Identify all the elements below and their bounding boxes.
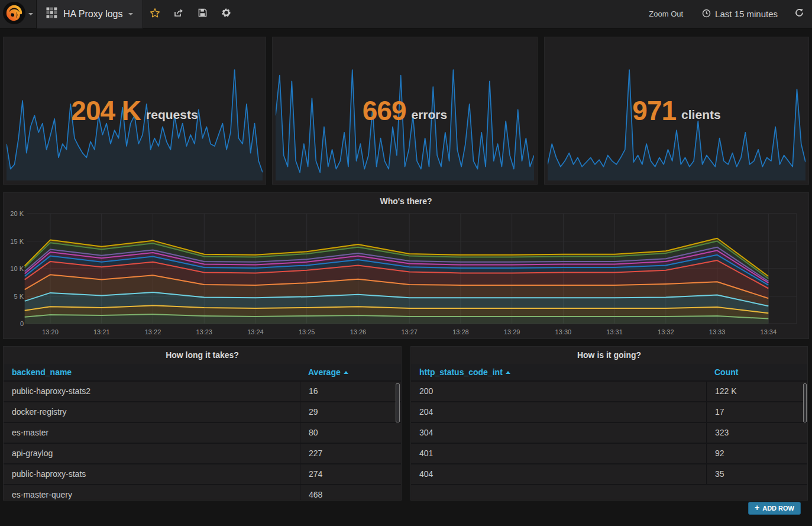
navbar-right: Zoom Out Last 15 minutes: [638, 0, 812, 28]
table-cell: 401: [411, 444, 706, 463]
stat-label: errors: [412, 108, 448, 122]
table-cell: 200: [411, 382, 706, 401]
table-cell: 17: [706, 402, 807, 422]
table-cell: 204: [411, 402, 706, 422]
table-panel-title[interactable]: How long it takes?: [4, 347, 401, 364]
settings-button[interactable]: [214, 0, 238, 28]
column-header-backend-name[interactable]: backend_name: [4, 367, 300, 377]
table-panel-how-is-it-going: How is it going? http_status_code_int Co…: [410, 346, 808, 501]
stat-panel-clients[interactable]: 971 clients: [544, 37, 809, 185]
svg-text:5 K: 5 K: [14, 293, 24, 300]
table-panel-how-long: How long it takes? backend_name Average …: [3, 346, 402, 501]
stat-value: 971: [632, 95, 676, 127]
stat-value: 204 K: [71, 95, 141, 127]
star-button[interactable]: [143, 0, 167, 28]
svg-text:13:27: 13:27: [401, 328, 418, 335]
table-body: 200122 K204173043234019240435: [411, 382, 807, 485]
gear-icon: [221, 8, 231, 20]
table-row: 40435: [411, 464, 807, 485]
stat-text: 971 clients: [545, 37, 808, 184]
stacked-area-chart: 05 K10 K15 K20 K13:2013:2113:2213:2313:2…: [4, 210, 808, 338]
stat-panel-errors[interactable]: 669 errors: [272, 37, 538, 185]
svg-text:13:34: 13:34: [761, 328, 777, 335]
svg-text:13:25: 13:25: [299, 328, 315, 335]
table-cell: public-haproxy-stats2: [4, 382, 300, 401]
svg-text:13:20: 13:20: [42, 328, 59, 335]
stat-label: requests: [146, 108, 198, 122]
table-cell: 404: [411, 464, 706, 484]
share-icon: [174, 8, 183, 20]
svg-text:13:28: 13:28: [452, 328, 469, 335]
table-cell: public-haproxy-stats: [4, 464, 300, 484]
add-row-label: ADD ROW: [762, 505, 794, 512]
navbar: HA Proxy logs: [0, 0, 812, 28]
table-row: es-master80: [4, 423, 401, 444]
table-cell: 274: [300, 464, 401, 484]
sort-asc-icon: [344, 371, 348, 374]
dashboard-title: HA Proxy logs: [63, 9, 122, 20]
table-header-row: backend_name Average: [4, 364, 401, 382]
table-cell: 92: [706, 444, 807, 463]
svg-text:13:29: 13:29: [504, 328, 520, 335]
table-row: docker-registry29: [4, 402, 401, 423]
column-header-average[interactable]: Average: [300, 367, 401, 377]
table-cell: 35: [706, 464, 807, 484]
column-header-label: http_status_code_int: [419, 367, 503, 377]
refresh-button[interactable]: [786, 0, 812, 28]
column-header-http-status-code[interactable]: http_status_code_int: [411, 367, 706, 377]
svg-text:13:23: 13:23: [196, 328, 212, 335]
caret-down-icon: [28, 13, 33, 15]
table-scrollbar[interactable]: [396, 383, 400, 422]
svg-text:13:32: 13:32: [658, 328, 674, 335]
table-cell: 16: [300, 382, 401, 401]
table-row: 40192: [411, 444, 807, 464]
table-cell: es-master-query: [4, 485, 300, 501]
plus-icon: +: [755, 503, 759, 512]
table-row: es-master-query468: [4, 485, 401, 501]
table-row: public-haproxy-stats274: [4, 464, 401, 485]
add-row-button[interactable]: + ADD ROW: [748, 502, 801, 515]
svg-text:13:33: 13:33: [709, 328, 726, 335]
share-button[interactable]: [167, 0, 190, 28]
save-button[interactable]: [190, 0, 214, 28]
graph-panel-title[interactable]: Who's there?: [4, 193, 808, 210]
svg-text:13:26: 13:26: [350, 328, 367, 335]
table-cell: 80: [300, 423, 401, 443]
stat-text: 669 errors: [273, 37, 537, 184]
svg-text:15 K: 15 K: [10, 238, 24, 245]
table-row: 20417: [411, 402, 807, 423]
table-panel-title[interactable]: How is it going?: [411, 347, 807, 364]
table-cell: 122 K: [706, 382, 807, 401]
column-header-label: backend_name: [12, 367, 72, 377]
table-row: 200122 K: [411, 382, 807, 402]
stat-panel-requests[interactable]: 204 K requests: [3, 37, 266, 185]
table-cell: api-graylog: [4, 444, 300, 463]
stat-text: 204 K requests: [4, 37, 266, 184]
dashboard-grid-icon: [46, 7, 57, 21]
table-cell: 323: [706, 423, 807, 443]
table-row: 304323: [411, 423, 807, 444]
table-scrollbar[interactable]: [803, 383, 807, 422]
refresh-icon: [795, 8, 804, 20]
column-header-count[interactable]: Count: [706, 367, 807, 377]
table-cell: 227: [300, 444, 401, 463]
table-body: public-haproxy-stats216docker-registry29…: [4, 382, 401, 501]
column-header-label: Average: [308, 367, 341, 377]
table-cell: 29: [300, 402, 401, 422]
table-row: public-haproxy-stats216: [4, 382, 401, 402]
zoom-out-button[interactable]: Zoom Out: [638, 9, 694, 18]
svg-text:0: 0: [20, 320, 24, 327]
svg-text:20 K: 20 K: [10, 210, 24, 217]
grafana-logo: [3, 2, 25, 27]
time-range-picker[interactable]: Last 15 minutes: [694, 9, 786, 20]
main-menu-button[interactable]: [0, 0, 37, 28]
svg-text:13:31: 13:31: [606, 328, 623, 335]
svg-text:13:24: 13:24: [247, 328, 264, 335]
table-header-row: http_status_code_int Count: [411, 364, 807, 382]
stat-value: 669: [363, 95, 406, 127]
dashboard-picker[interactable]: HA Proxy logs: [37, 0, 143, 28]
clock-icon: [702, 9, 711, 20]
column-header-label: Count: [714, 367, 738, 377]
sort-asc-icon: [506, 371, 510, 374]
svg-text:10 K: 10 K: [10, 265, 24, 272]
